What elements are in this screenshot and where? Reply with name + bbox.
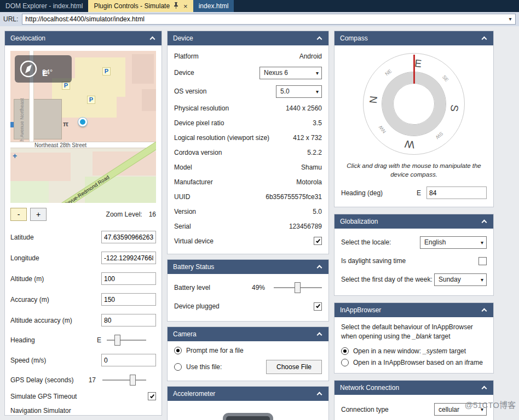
uuid-label: UUID <box>174 193 190 201</box>
map[interactable]: th Avenue Northeast Northeast 28th Stree… <box>10 51 156 203</box>
chevron-up-icon[interactable] <box>150 37 155 42</box>
altitude-input[interactable] <box>101 272 156 285</box>
panel-title: Globalization <box>340 218 378 225</box>
altitude-accuracy-input[interactable] <box>101 314 156 326</box>
chevron-up-icon[interactable] <box>482 308 487 314</box>
manufacturer-value: Motorola <box>296 178 322 186</box>
uuid-value: 6b356755575fce31 <box>266 193 322 201</box>
geolocation-header[interactable]: Geolocation <box>5 31 162 45</box>
slider-thumb[interactable] <box>114 335 120 346</box>
tab-plugin-controls[interactable]: Plugin Controls - Simulate × <box>88 0 193 12</box>
url-dropdown-icon[interactable]: ▾ <box>506 15 515 24</box>
camera-file-radio[interactable] <box>174 363 182 371</box>
option-em: _system <box>423 347 447 355</box>
location-dot[interactable] <box>78 118 87 126</box>
tab-index-html[interactable]: index.html <box>193 0 234 12</box>
cordova-version-value: 5.2.2 <box>307 149 322 156</box>
virtual-device-checkbox[interactable] <box>314 237 322 245</box>
gps-timeout-checkbox[interactable] <box>148 392 156 400</box>
os-version-select[interactable]: 5.0 ▾ <box>276 85 322 98</box>
locale-select[interactable]: English ▾ <box>420 236 487 249</box>
compass-header[interactable]: Compass <box>335 31 493 45</box>
battery-header[interactable]: Battery Status <box>168 260 328 274</box>
slider-thumb[interactable] <box>295 282 301 293</box>
version-value: 5.0 <box>313 208 322 215</box>
camera-prompt-radio[interactable] <box>174 347 182 354</box>
device-plugged-label: Device plugged <box>174 302 220 310</box>
iab-new-window-radio[interactable] <box>341 347 349 355</box>
chevron-up-icon[interactable] <box>317 392 322 398</box>
gps-delay-label: GPS Delay (seconds) <box>10 376 89 384</box>
chevron-up-icon[interactable] <box>482 386 487 391</box>
first-day-select[interactable]: Sunday ▾ <box>434 273 487 286</box>
cardinal-ne: NE <box>378 62 399 83</box>
device-screen <box>226 416 270 420</box>
os-version-label: OS version <box>174 88 206 95</box>
chevron-up-icon[interactable] <box>317 37 322 42</box>
navigation-simulator-label: Navigation Simulator <box>10 407 156 415</box>
map-compass-overlay: E 84° <box>15 55 72 83</box>
logical-resolution-label: Logical resolution (viewport size) <box>174 134 269 142</box>
device-plugged-checkbox[interactable] <box>314 302 322 311</box>
network-header[interactable]: Network Connection <box>335 381 493 395</box>
gps-delay-slider[interactable] <box>102 375 146 386</box>
cardinal-sw: SW <box>429 125 449 145</box>
accelerometer-header[interactable]: Accelerometer <box>168 387 328 401</box>
zoom-level-label: Zoom Level: <box>106 211 142 218</box>
iab-new-window-label: Open in a new window: _system target <box>353 347 466 355</box>
latitude-input[interactable] <box>101 231 156 243</box>
speed-label: Speed (m/s) <box>10 357 101 364</box>
zoom-out-button[interactable]: - <box>10 208 27 221</box>
heading-deg-input[interactable] <box>426 186 487 199</box>
description-text: target <box>431 332 450 340</box>
url-input[interactable] <box>22 14 516 25</box>
connection-type-label: Connection type <box>341 406 389 413</box>
cordova-version-label: Cordova version <box>174 149 222 156</box>
device-select-value: Nexus 6 <box>264 69 288 77</box>
slider-track <box>107 340 146 341</box>
compass-icon <box>19 60 38 78</box>
locale-value: English <box>424 238 446 246</box>
chevron-up-icon[interactable] <box>482 220 487 225</box>
gps-timeout-label: Simulate GPS Timeout <box>10 393 148 400</box>
zoom-in-button[interactable]: + <box>30 208 47 221</box>
altitude-accuracy-label: Altitude accuracy (m) <box>10 317 101 324</box>
battery-level-slider[interactable] <box>274 282 322 293</box>
slider-thumb[interactable] <box>130 375 136 386</box>
iab-iframe-radio[interactable] <box>341 359 349 366</box>
manufacturer-label: Manufacturer <box>174 178 213 186</box>
device-select[interactable]: Nexus 6 ▾ <box>260 67 322 79</box>
virtual-device-label: Virtual device <box>174 237 214 245</box>
logical-resolution-value: 412 x 732 <box>293 134 322 142</box>
device-illustration[interactable] <box>223 413 273 420</box>
accuracy-input[interactable] <box>101 293 156 306</box>
pin-icon[interactable] <box>174 2 178 10</box>
choose-file-button[interactable]: Choose File <box>266 360 322 374</box>
longitude-input[interactable] <box>101 252 156 264</box>
speed-input[interactable] <box>101 354 156 366</box>
tab-dom-explorer[interactable]: DOM Explorer - index.html <box>0 0 88 12</box>
panel-geolocation: Geolocation th Avenue Northeast <box>4 31 162 416</box>
device-header[interactable]: Device <box>168 31 328 45</box>
globalization-header[interactable]: Globalization <box>335 214 493 229</box>
platform-value: Android <box>299 52 322 60</box>
chevron-up-icon[interactable] <box>317 332 322 338</box>
map-street-label: Northeast 28th Street <box>34 142 86 148</box>
chevron-up-icon[interactable] <box>317 265 322 271</box>
compass-dial[interactable]: N NE E SE S SW W NW <box>362 52 466 156</box>
heading-slider[interactable] <box>107 335 146 346</box>
map-marker-icon <box>10 122 14 127</box>
parking-icon: P <box>87 96 95 104</box>
panel-title: InAppBrowser <box>340 306 381 314</box>
pixel-ratio-label: Device pixel ratio <box>174 119 224 127</box>
longitude-label: Longitude <box>10 254 101 262</box>
chevron-up-icon[interactable] <box>482 37 487 42</box>
map-green-area <box>10 181 49 203</box>
close-icon[interactable]: × <box>183 2 188 10</box>
panel-battery: Battery Status Battery level 49% Device … <box>167 259 329 322</box>
panel-compass: Compass N NE E SE S SW W NW <box>334 31 494 207</box>
dst-checkbox[interactable] <box>478 257 487 265</box>
inappbrowser-header[interactable]: InAppBrowser <box>335 303 493 317</box>
camera-header[interactable]: Camera <box>168 327 328 341</box>
tab-label: Plugin Controls - Simulate <box>94 2 170 10</box>
